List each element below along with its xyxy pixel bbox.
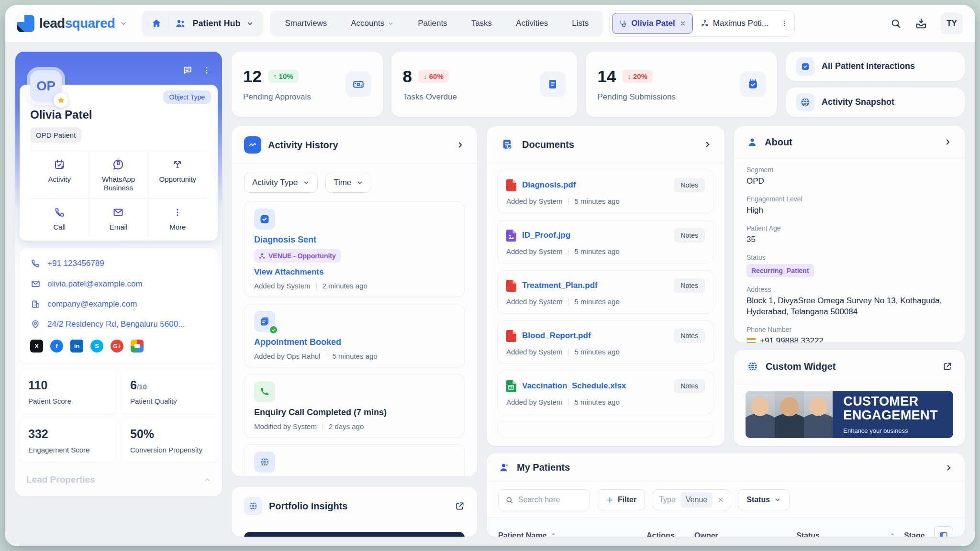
portfolio-insights-card: Portfolio Insights (232, 487, 477, 537)
google-chat-icon[interactable] (131, 340, 144, 353)
document-row-clipped (497, 421, 714, 437)
kebab-icon (173, 206, 182, 219)
right-panel: Documents Diagnosis.pdf (487, 126, 965, 537)
action-more[interactable]: More (148, 199, 207, 238)
phone-link[interactable]: +91 123456789 (30, 259, 207, 268)
chevron-right-icon[interactable] (703, 140, 712, 149)
patient-hub-icon (175, 18, 186, 29)
activity-title-link[interactable]: Appointment Booked (254, 337, 455, 347)
all-patient-interactions-link[interactable]: All Patient Interactions (786, 52, 965, 81)
metric-patient-quality: 6/10 Patient Quality (122, 371, 218, 414)
notes-button[interactable]: Notes (674, 228, 705, 242)
tab-close-icon[interactable] (679, 20, 686, 27)
document-name-link[interactable]: Treatment_Plan.pdf (522, 281, 668, 290)
profile-card: Object Type OP Olivia Patel OPD Patient (15, 52, 222, 496)
document-name-link[interactable]: Blood_Report.pdf (522, 331, 668, 341)
notes-button[interactable]: Notes (674, 329, 705, 343)
home-icon[interactable] (151, 18, 162, 29)
stat-tasks-overdue: 8↓ 60% Tasks Overdue (391, 52, 578, 117)
tabs-kebab-icon[interactable] (777, 20, 792, 27)
address-link[interactable]: 24/2 Residency Rd, Bengaluru 5600... (30, 320, 207, 329)
patient-name: Olivia Patel (30, 108, 207, 121)
user-avatar[interactable]: TY (941, 12, 963, 34)
nav-item-smartviews[interactable]: Smartviews (273, 11, 339, 36)
notes-button[interactable]: Notes (674, 379, 705, 393)
column-patient-name[interactable]: Patient Name (498, 531, 646, 537)
linkedin-icon[interactable]: in (70, 340, 83, 353)
leadsquared-logo: leadsquared (17, 15, 127, 32)
pdf-file-icon (506, 179, 516, 191)
document-name-link[interactable]: ID_Proof.jpg (522, 231, 668, 240)
action-whatsapp-business[interactable]: B WhatsApp Business (89, 151, 148, 199)
plus-icon (606, 496, 613, 504)
nav-item-lists[interactable]: Lists (560, 11, 601, 36)
column-status[interactable]: Status (796, 531, 904, 537)
facebook-icon[interactable]: f (50, 340, 63, 353)
nav-item-activities[interactable]: Activities (504, 11, 560, 36)
action-activity[interactable]: Activity (30, 151, 89, 199)
customer-engagement-banner[interactable]: CUSTOMERENGAGEMENT Enhance your business (746, 391, 953, 438)
chevron-down-icon (303, 179, 310, 186)
chevron-down-icon (388, 21, 394, 27)
tab-olivia-patel[interactable]: Olivia Patel (612, 13, 693, 34)
time-dropdown[interactable]: Time (325, 173, 371, 193)
action-call[interactable]: Call (30, 199, 89, 238)
search-box[interactable] (498, 489, 590, 510)
opportunity-chip[interactable]: VENUE - Opportunity (254, 249, 341, 263)
activity-title-link[interactable]: Diagnosis Sent (254, 235, 455, 245)
notes-check-icon (254, 311, 275, 332)
chat-icon[interactable] (182, 65, 193, 76)
lead-properties-toggle[interactable]: Lead Properties (26, 474, 211, 485)
activity-entry: Appointment Booked Added by Ops Rahul5 m… (244, 304, 465, 367)
field-segment: Segment OPD (746, 166, 952, 187)
document-name-link[interactable]: Vaccination_Schedule.xlsx (522, 381, 668, 391)
nav-item-patients[interactable]: Patients (406, 11, 459, 36)
nav-item-accounts[interactable]: Accounts (339, 11, 406, 36)
email-link[interactable]: olivia.patel@example.com (30, 279, 207, 289)
phone-icon (254, 381, 275, 402)
search-icon[interactable] (890, 18, 902, 29)
sort-icon[interactable] (889, 532, 895, 537)
sort-icon[interactable] (550, 532, 557, 537)
documents-list: Diagnosis.pdf Notes Added by System5 min… (487, 163, 724, 444)
chevron-right-icon[interactable] (945, 463, 953, 472)
external-link-icon[interactable] (943, 362, 952, 371)
type-filter-chip[interactable]: Type Venue (653, 489, 730, 510)
activity-type-dropdown[interactable]: Activity Type (244, 173, 318, 193)
remove-filter-icon[interactable] (717, 496, 724, 503)
patient-hub-switcher[interactable]: Patient Hub (142, 11, 263, 36)
tab-maximus[interactable]: Maximus Poti... (695, 13, 775, 34)
column-actions[interactable]: Actions (646, 531, 694, 537)
company-email-link[interactable]: company@example.com (30, 299, 207, 309)
notes-button[interactable]: Notes (674, 178, 705, 192)
search-input[interactable] (518, 496, 579, 504)
google-plus-icon[interactable]: G+ (111, 340, 123, 353)
chevron-right-icon[interactable] (456, 141, 465, 149)
action-opportunity[interactable]: Opportunity (148, 151, 207, 199)
external-link-icon[interactable] (455, 501, 465, 511)
column-owner[interactable]: Owner (694, 531, 796, 537)
status-dropdown[interactable]: Status (738, 489, 790, 510)
chevron-right-icon[interactable] (944, 138, 952, 146)
profile-kebab-icon[interactable] (202, 66, 211, 75)
topbar: leadsquared Patient Hub Smartviews Accou… (5, 5, 975, 42)
field-engagement-level: Engagement Level High (746, 195, 952, 216)
notes-button[interactable]: Notes (674, 278, 705, 293)
main-panel: 12↑ 10% Pending Approvals 8↓ 60% Tasks O… (232, 52, 965, 537)
my-patients-controls: Filter Type Venue Status (487, 482, 965, 518)
filter-button[interactable]: Filter (598, 489, 645, 510)
column-stage[interactable]: Stage (904, 531, 934, 537)
view-attachments-link[interactable]: View Attachments (254, 267, 455, 277)
inbox-icon[interactable] (915, 17, 927, 30)
x-twitter-icon[interactable]: X (30, 340, 43, 353)
cards-row: Activity History Activity Type Ti (232, 126, 965, 537)
card-title: About (765, 137, 937, 148)
activity-snapshot-link[interactable]: Activity Snapshot (786, 88, 965, 117)
action-email[interactable]: Email (89, 199, 148, 238)
document-name-link[interactable]: Diagnosis.pdf (522, 180, 668, 190)
column-chooser-icon[interactable] (934, 526, 953, 537)
logo-chevron-down-icon[interactable] (120, 20, 127, 27)
topbar-actions: TY (890, 12, 963, 34)
nav-item-tasks[interactable]: Tasks (459, 11, 504, 36)
skype-icon[interactable]: S (90, 340, 103, 353)
